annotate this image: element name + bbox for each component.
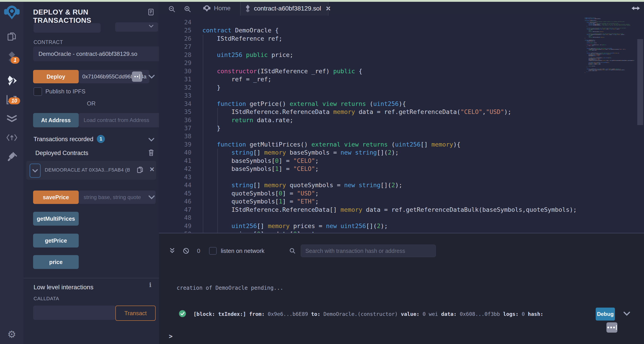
getmultiprices-label: getMultiPrices [37,216,75,222]
line-number: 34 [172,100,192,108]
code-line: IStdReference ref; [202,35,282,43]
clear-console-icon[interactable] [183,248,190,254]
editor-minimap[interactable]: pragma solidity 0.6.11;pragma experiment… [585,17,638,84]
tx-field-value: 0x608...0f3bb [460,311,503,317]
deployed-contract-row[interactable]: DEMOORACLE AT 0X3A3...F5AB4 (BLO ✕ [26,161,156,180]
value-unit-select[interactable] [115,22,158,32]
calldata-input[interactable] [33,306,116,320]
plugin-doc-icon[interactable] [148,8,154,16]
transact-button[interactable]: Transact [116,306,156,321]
deploy-button[interactable]: Deploy [33,70,79,83]
deployed-contracts-label: Deployed Contracts [35,150,88,157]
line-number: 24 [172,18,192,26]
contract-select-value: DemoOracle - contract-a60bf38129.so [38,50,137,57]
tx-field-label: value: [401,311,422,317]
minimap-line: uint256 lastUpdatedQuote; // UNIX epoch … [585,25,638,26]
price-button[interactable]: price [33,255,79,269]
getprice-label: getPrice [45,237,67,244]
resize-horizontal-icon[interactable] [631,5,640,11]
transactions-expand-chevron-icon[interactable] [148,138,154,142]
line-number: 26 [172,35,192,43]
line-number: 36 [172,116,192,124]
expand-args-icon[interactable] [132,71,142,82]
listen-network-checkbox[interactable] [209,247,217,255]
deploy-run-icon[interactable] [0,75,24,87]
debug-label: Debug [597,311,614,317]
line-number: 43 [172,173,192,181]
at-address-input[interactable]: Load contract from Address [79,113,167,127]
zoom-in-icon[interactable] [184,5,192,13]
zoom-out-icon[interactable] [168,5,176,13]
tx-field-label: logs: [503,311,522,317]
deploy-run-panel: DEPLOY & RUN TRANSACTIONS CONTRACT DemoO… [24,2,159,344]
code-line: } [202,124,220,132]
saveprice-button[interactable]: savePrice [33,191,79,204]
saveprice-placeholder: string base, string quote [84,194,141,200]
code-line: string[] memory baseSymbols = new string… [202,149,399,157]
code-upload-icon[interactable] [0,132,24,143]
code-editor[interactable]: 2425262728293031323334353637383940414243… [159,16,644,233]
file-explorer-icon[interactable] [0,31,24,42]
line-number: 49 [172,222,192,230]
deploy-expand-chevron-icon[interactable] [148,74,155,79]
line-number: 25 [172,26,192,34]
tx-expand-chevron-icon[interactable] [623,311,630,316]
remove-contract-icon[interactable]: ✕ [149,166,154,173]
code-line: function getPrice() external view return… [202,100,406,108]
top-loading-strip [0,0,644,2]
code-line: quoteSymbols[0] = "USD"; [202,189,319,197]
compiler-badge: 1 [11,57,20,64]
code-line: prices[0] = data[0].rate; [202,230,322,233]
code-line: ref = _ref; [202,75,272,83]
active-tab[interactable]: contract-a60bf38129.sol ✕ [245,4,331,12]
getprice-button[interactable]: getPrice [33,234,79,248]
terminal-search-placeholder: Search with transaction hash or address [306,248,405,254]
listen-network-label: listen on network [221,248,264,254]
tx-field-label: data: [441,311,460,317]
info-icon[interactable]: i [149,282,152,288]
terminal-prompt[interactable]: > [169,333,173,340]
saveprice-args-input[interactable]: string base, string quote [79,191,156,204]
at-address-button[interactable]: At Address [33,113,79,127]
tx-field-value: 0 [522,311,528,317]
terminal-pending-line: creation of DemoOracle pending... [177,285,283,291]
tx-field-label: from: [249,311,268,317]
tx-field-value: DemoOracle.(constructor) [324,311,401,317]
tx-field-value: 0 wei [422,311,441,317]
tx-field-value: 0x9e6...b6E89 [268,311,311,317]
code-line: baseSymbols[1] = "CELO"; [202,165,319,173]
copy-address-icon[interactable] [136,166,144,174]
getmultiprices-button[interactable]: getMultiPrices [33,212,79,226]
price-label: price [49,259,62,265]
line-number: 30 [172,67,192,75]
contract-select[interactable]: DemoOracle - contract-a60bf38129.so [33,46,170,61]
contract-expand-button[interactable] [30,164,41,178]
saveprice-expand-chevron-icon[interactable] [148,195,155,199]
line-number: 39 [172,140,192,149]
solidity-file-icon [245,4,250,12]
home-tab[interactable]: Home [203,4,230,12]
code-line: IStdReference.ReferenceData[] memory dat… [202,206,577,214]
editor-scrollbar[interactable] [637,39,643,125]
line-number: 42 [172,165,192,173]
remix-logo-icon[interactable] [0,3,24,21]
trash-icon[interactable] [148,149,154,156]
settings-gear-icon[interactable]: ⚙ [0,328,24,340]
code-line: uint256 public price; [202,51,293,59]
terminal-search-input[interactable]: Search with transaction hash or address [301,245,436,257]
home-remix-icon [203,4,211,12]
transact-label: Transact [124,310,147,317]
publish-ipfs-checkbox[interactable] [34,87,42,96]
unit-testing-icon[interactable] [0,113,24,124]
transaction-log-line[interactable]: [block: txIndex:] from: 0x9e6...b6E89 to… [194,311,546,317]
terminal-collapse-icon[interactable] [169,248,175,254]
line-number: 45 [172,189,192,197]
constructor-arg-input[interactable]: 0x71046b955Cdd96bC54a [79,70,149,83]
terminal-more-icon[interactable] [606,322,618,333]
at-address-placeholder: Load contract from Address [84,117,149,123]
icon-rail: 1 10 [0,2,24,344]
minimap-line: } [585,72,638,73]
debug-button[interactable]: Debug [596,308,615,321]
gas-limit-input[interactable] [34,23,100,33]
plugin-manager-icon[interactable] [0,150,24,163]
